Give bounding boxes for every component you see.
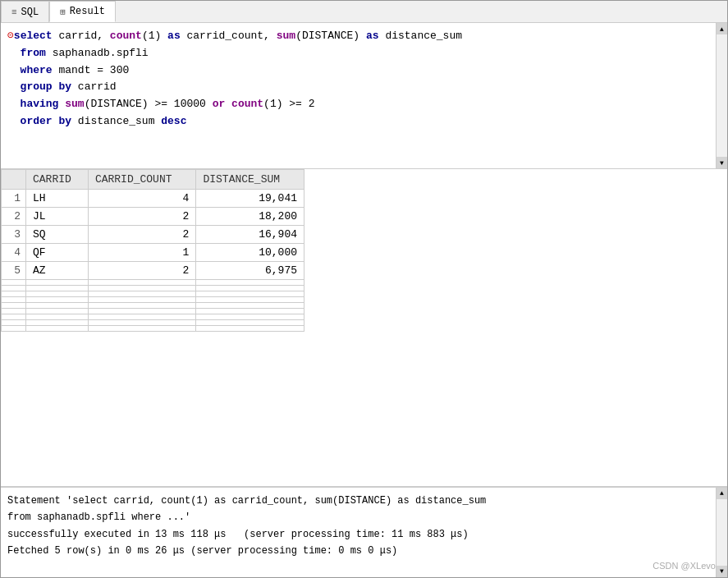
status-text: Statement 'select carrid, count(1) as ca… [7,493,721,560]
cell-count-2: 2 [88,208,196,226]
cell-count-4: 1 [88,244,196,262]
result-table: CARRID CARRID_COUNT DISTANCE_SUM 1 LH 4 … [1,169,304,332]
cell-carrid-5: AZ [26,262,89,280]
table-row: 2 JL 2 18,200 [2,208,304,226]
status-line3: successfully executed in 13 ms 118 μs (s… [7,529,469,540]
table-row: 5 AZ 2 6,975 [2,262,304,280]
tab-result-label: Result [70,6,105,17]
table-header-row: CARRID CARRID_COUNT DISTANCE_SUM [2,170,304,190]
table-row-empty [2,309,304,314]
sql-scrollbar[interactable]: ▲ ▼ [716,23,727,168]
table-row-empty [2,303,304,309]
scroll-down-arrow[interactable]: ▼ [717,157,728,168]
row-num-5: 5 [2,262,26,280]
col-header-carrid: CARRID [26,170,89,190]
row-num-2: 2 [2,208,26,226]
status-line4: Fetched 5 row(s) in 0 ms 26 μs (server p… [7,545,397,557]
status-scroll-track[interactable] [717,499,727,566]
row-num-1: 1 [2,190,26,208]
result-tab-icon: ⊞ [60,7,66,17]
result-table-pane[interactable]: CARRID CARRID_COUNT DISTANCE_SUM 1 LH 4 … [1,169,727,487]
table-row: 4 QF 1 10,000 [2,244,304,262]
tab-sql[interactable]: ≡ SQL [1,1,49,22]
tab-bar: ≡ SQL ⊞ Result [1,1,727,23]
sql-editor: ⊝select carrid, count(1) as carrid_count… [1,23,727,169]
col-header-distance-sum: DISTANCE_SUM [196,170,304,190]
sql-tab-icon: ≡ [11,7,17,17]
table-row-empty [2,286,304,291]
scroll-up-arrow[interactable]: ▲ [717,23,728,34]
cell-carrid-4: QF [26,244,89,262]
collapse-marker: ⊝ [7,30,14,42]
table-row: 1 LH 4 19,041 [2,190,304,208]
status-scroll-up[interactable]: ▲ [717,488,728,499]
cell-dist-4: 10,000 [196,244,304,262]
watermark: CSDN @XLevon [652,558,721,574]
cell-carrid-1: LH [26,190,89,208]
table-row-empty [2,314,304,320]
status-scroll-down[interactable]: ▼ [717,566,728,577]
cell-count-3: 2 [88,226,196,244]
status-bar: Statement 'select carrid, count(1) as ca… [1,487,727,577]
cell-dist-3: 16,904 [196,226,304,244]
col-header-num [2,170,26,190]
table-row-empty [2,320,304,326]
cell-dist-5: 6,975 [196,262,304,280]
status-scrollbar[interactable]: ▲ ▼ [716,488,727,577]
cell-dist-1: 19,041 [196,190,304,208]
cell-dist-2: 18,200 [196,208,304,226]
col-header-carrid-count: CARRID_COUNT [88,170,196,190]
scroll-track[interactable] [717,34,727,157]
table-row-empty [2,280,304,286]
row-num-3: 3 [2,226,26,244]
table-row-empty [2,326,304,332]
cell-count-1: 4 [88,190,196,208]
status-line2: from saphanadb.spfli where ...' [7,511,190,523]
cell-count-5: 2 [88,262,196,280]
cell-carrid-3: SQ [26,226,89,244]
sql-code: ⊝select carrid, count(1) as carrid_count… [7,28,721,131]
table-row: 3 SQ 2 16,904 [2,226,304,244]
main-window: ≡ SQL ⊞ Result ⊝select carrid, count(1) … [0,0,728,578]
status-line1: Statement 'select carrid, count(1) as ca… [7,495,486,507]
content-area: ⊝select carrid, count(1) as carrid_count… [1,23,727,577]
table-row-empty [2,291,304,297]
tab-sql-label: SQL [21,7,39,18]
tab-result[interactable]: ⊞ Result [49,1,116,22]
cell-carrid-2: JL [26,208,89,226]
kw-select: select [14,30,53,42]
row-num-4: 4 [2,244,26,262]
table-row-empty [2,297,304,303]
